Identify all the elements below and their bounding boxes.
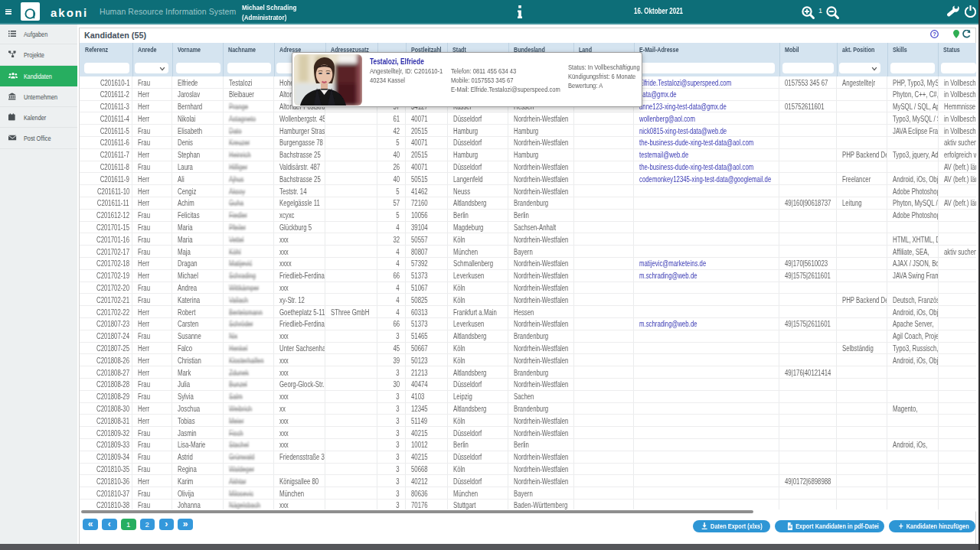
svg-text:?: ? bbox=[933, 31, 936, 37]
